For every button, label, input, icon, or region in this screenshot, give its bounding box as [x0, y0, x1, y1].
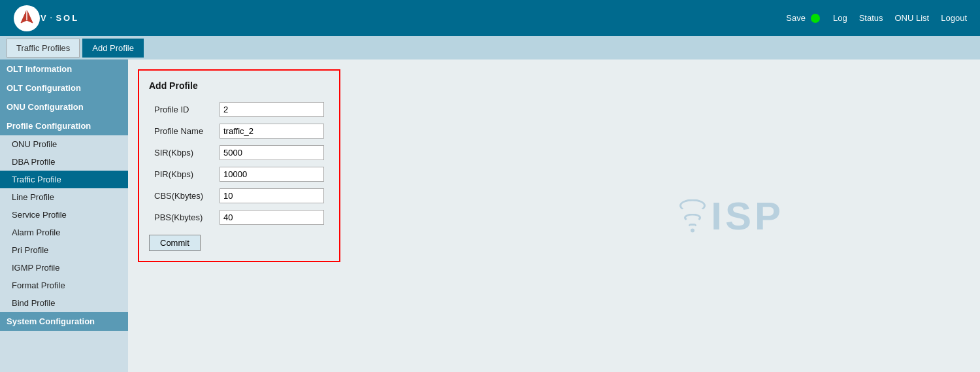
form-row-profile-id: Profile ID	[149, 99, 329, 120]
sidebar-item-traffic-profile[interactable]: Traffic Profile	[0, 171, 128, 188]
input-pir[interactable]	[220, 167, 324, 182]
nav-logout[interactable]: Logout	[941, 13, 967, 23]
sidebar-section-profile-config[interactable]: Profile Configuration	[0, 116, 128, 135]
sidebar-item-format-profile[interactable]: Format Profile	[0, 277, 128, 294]
sidebar-item-bind-profile[interactable]: Bind Profile	[0, 294, 128, 312]
save-label[interactable]: Save	[786, 13, 806, 23]
nav-onu-list[interactable]: ONU List	[895, 13, 930, 23]
sidebar-section-onu-config[interactable]: ONU Configuration	[0, 97, 128, 116]
input-sir[interactable]	[220, 145, 324, 160]
form-row-pir: PIR(Kbps)	[149, 163, 329, 185]
content-area: Add Profile Profile IDProfile NameSIR(Kb…	[128, 59, 980, 372]
cell-profile-id	[214, 99, 329, 120]
cell-cbs	[214, 185, 329, 207]
nav-log[interactable]: Log	[833, 13, 847, 23]
form-row-sir: SIR(Kbps)	[149, 142, 329, 163]
label-pbs: PBS(Kbytes)	[149, 207, 214, 228]
header-nav: Log Status ONU List Logout	[833, 13, 967, 23]
sidebar-item-alarm-profile[interactable]: Alarm Profile	[0, 224, 128, 241]
sidebar-item-dba-profile[interactable]: DBA Profile	[0, 153, 128, 171]
vsol-logo	[13, 5, 41, 32]
vsol-logo-icon	[13, 5, 41, 32]
wifi-icon	[679, 199, 706, 233]
input-profile-name[interactable]	[220, 124, 324, 139]
status-indicator	[811, 14, 820, 23]
sidebar-item-onu-profile[interactable]: ONU Profile	[0, 135, 128, 153]
sidebar-section-olt-info[interactable]: OLT Information	[0, 59, 128, 78]
header-right: Save Log Status ONU List Logout	[786, 13, 967, 23]
cell-profile-name	[214, 120, 329, 142]
sidebar: OLT Information OLT Configuration ONU Co…	[0, 59, 128, 372]
sidebar-item-service-profile[interactable]: Service Profile	[0, 206, 128, 224]
header: V·SOL Save Log Status ONU List Logout	[0, 0, 980, 36]
label-sir: SIR(Kbps)	[149, 142, 214, 163]
form-row-pbs: PBS(Kbytes)	[149, 207, 329, 228]
vsol-text: V·SOL	[41, 13, 79, 23]
label-cbs: CBS(Kbytes)	[149, 185, 214, 207]
logo-area: V·SOL	[13, 5, 79, 32]
wifi-dot	[691, 229, 694, 233]
input-pbs[interactable]	[220, 210, 324, 225]
cell-pbs	[214, 207, 329, 228]
commit-button[interactable]: Commit	[149, 235, 201, 251]
save-area: Save	[786, 13, 820, 23]
cell-pir	[214, 163, 329, 185]
form-row-cbs: CBS(Kbytes)	[149, 185, 329, 207]
sidebar-section-olt-config[interactable]: OLT Configuration	[0, 78, 128, 97]
tab-traffic-profiles[interactable]: Traffic Profiles	[7, 39, 80, 58]
form-row-profile-name: Profile Name	[149, 120, 329, 142]
add-profile-title: Add Profile	[149, 80, 329, 91]
add-profile-form: Profile IDProfile NameSIR(Kbps)PIR(Kbps)…	[149, 99, 329, 228]
wifi-bar-small	[689, 224, 696, 228]
sidebar-item-pri-profile[interactable]: Pri Profile	[0, 241, 128, 259]
subnav: Traffic Profiles Add Profile	[0, 36, 980, 59]
label-profile-id: Profile ID	[149, 99, 214, 120]
input-cbs[interactable]	[220, 188, 324, 203]
sidebar-item-line-profile[interactable]: Line Profile	[0, 188, 128, 206]
main-layout: OLT Information OLT Configuration ONU Co…	[0, 59, 980, 372]
input-profile-id[interactable]	[220, 102, 324, 117]
sidebar-section-system-config[interactable]: System Configuration	[0, 312, 128, 331]
cell-sir	[214, 142, 329, 163]
isp-text: ISP	[711, 194, 784, 239]
wifi-bar-medium	[684, 214, 701, 222]
add-profile-box: Add Profile Profile IDProfile NameSIR(Kb…	[138, 69, 340, 262]
label-profile-name: Profile Name	[149, 120, 214, 142]
tab-add-profile[interactable]: Add Profile	[82, 39, 144, 58]
sidebar-item-igmp-profile[interactable]: IGMP Profile	[0, 259, 128, 277]
isp-watermark: ISP	[679, 194, 784, 239]
nav-status[interactable]: Status	[859, 13, 883, 23]
label-pir: PIR(Kbps)	[149, 163, 214, 185]
wifi-bar-large	[679, 199, 706, 212]
